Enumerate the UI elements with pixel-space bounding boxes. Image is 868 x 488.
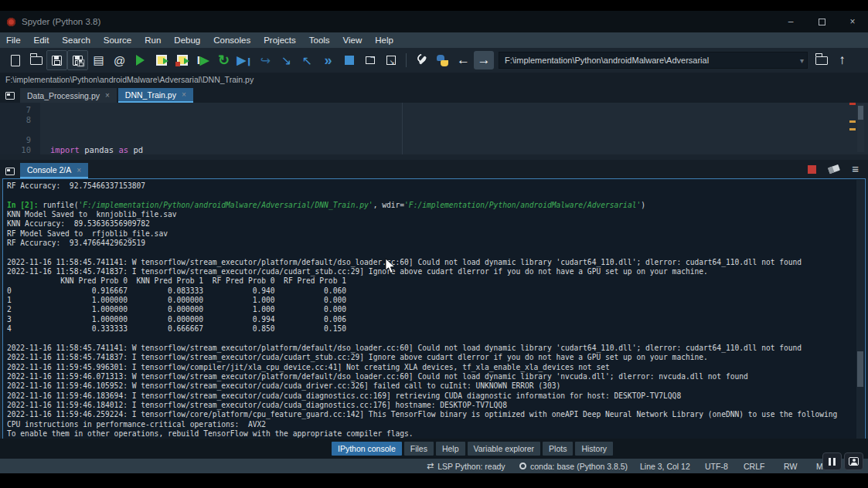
file-switcher-button[interactable]: ▤ (88, 50, 109, 70)
step-into-button[interactable]: ↘ (276, 50, 297, 70)
chevron-down-icon[interactable]: ▾ (797, 56, 807, 65)
working-directory-field[interactable]: F:\implementation\Python\androidMalware\… (499, 52, 808, 69)
menu-edit[interactable]: Edit (34, 36, 49, 45)
tab-help[interactable]: Help (436, 442, 465, 456)
menu-consoles[interactable]: Consoles (213, 36, 250, 45)
browse-directory-icon (815, 56, 828, 65)
close-tab-icon[interactable]: × (182, 90, 186, 99)
parent-directory-button[interactable]: ↑ (832, 50, 853, 70)
console-line: RF Accuracy: 93.47664429629519 (3, 239, 846, 248)
run-selection-button[interactable]: I▶ (192, 50, 213, 70)
breadcrumb: F:\implementation\Python\androidMalware\… (0, 73, 868, 86)
console-line: 2022-11-16 11:59:45.996301: I tensorflow… (3, 363, 846, 372)
run-file-button[interactable] (130, 50, 151, 70)
options-menu-icon[interactable]: ≡ (852, 165, 859, 173)
pause-icon (829, 458, 836, 466)
minimize-button[interactable]: – (775, 11, 806, 32)
spyder-logo-icon (7, 18, 15, 26)
run-cell-advance-button[interactable] (172, 50, 192, 70)
stop-button[interactable] (339, 50, 359, 70)
back-arrow-icon: ← (457, 53, 470, 68)
menu-debug[interactable]: Debug (174, 36, 200, 45)
browse-directory-button[interactable] (811, 50, 832, 70)
console-table-row: 1 1.000000 0.000000 1.000 0.000 (3, 296, 846, 305)
close-tab-icon[interactable]: × (105, 91, 110, 100)
editor-scrollbar-thumb[interactable] (858, 106, 863, 120)
overlay-presenter-button[interactable] (844, 452, 863, 470)
save-all-button[interactable] (67, 50, 88, 70)
tab-console-2a[interactable]: Console 2/A × (20, 163, 88, 178)
python-env-button[interactable] (432, 50, 453, 70)
menu-view[interactable]: View (343, 36, 363, 45)
save-button[interactable] (46, 50, 67, 70)
tab-data-processing[interactable]: Data_Processing.py × (20, 88, 117, 103)
menu-projects[interactable]: Projects (264, 36, 296, 45)
restore-button[interactable] (806, 11, 837, 32)
new-file-button[interactable] (5, 50, 26, 70)
new-file-icon (11, 55, 20, 66)
ipython-console-output[interactable]: RF Accuracy: 92.75466337153807 In [2]: r… (2, 178, 866, 448)
scrollbar-error-marker (849, 103, 856, 105)
encoding-status: UTF-8 (705, 459, 728, 473)
step-out-icon: ↖ (302, 53, 312, 68)
run-cell-button[interactable] (151, 50, 172, 70)
window-controls: – × (775, 11, 868, 32)
forward-button[interactable]: → (474, 51, 494, 69)
up-arrow-icon: ↑ (839, 53, 846, 68)
menu-source[interactable]: Source (104, 36, 131, 45)
open-file-button[interactable] (26, 50, 46, 70)
overlay-pause-button[interactable] (822, 452, 842, 470)
find-symbols-icon: @ (114, 54, 125, 67)
tab-plots[interactable]: Plots (543, 442, 573, 456)
menu-search[interactable]: Search (62, 36, 90, 45)
console-table-row: 4 0.333333 0.666667 0.850 0.150 (3, 324, 846, 334)
browse-tabs-button[interactable] (0, 88, 20, 103)
console-table-row: 2 1.000000 0.000000 1.000 0.000 (3, 305, 846, 314)
close-tab-icon[interactable]: × (77, 166, 81, 175)
fullscreen-button[interactable] (380, 50, 401, 70)
menu-file[interactable]: File (6, 36, 21, 45)
back-button[interactable]: ← (453, 50, 474, 70)
forward-arrow-icon: → (478, 53, 491, 68)
bottom-pane-tabs: IPython console Files Help Variable expl… (0, 439, 868, 459)
step-out-button[interactable]: ↖ (297, 50, 318, 70)
console-pane-actions: ≡ (808, 160, 868, 178)
console-line: 2022-11-16 11:59:46.184012: I tensorflow… (3, 401, 846, 410)
file-switcher-icon: ▤ (93, 53, 104, 67)
debug-file-button[interactable]: ▶❙ (234, 50, 255, 70)
menu-tools[interactable]: Tools (309, 36, 330, 45)
tab-history[interactable]: History (575, 442, 613, 456)
editor-line: 8 (0, 115, 868, 125)
step-into-icon: ↘ (281, 53, 291, 68)
step-over-button[interactable]: ↪ (255, 50, 276, 70)
find-symbols-button[interactable]: @ (109, 50, 130, 70)
screen: Spyder (Python 3.8) – × File Edit Search… (0, 0, 868, 488)
browse-tabs-icon (5, 92, 15, 100)
continue-button[interactable]: » (318, 50, 339, 70)
console-scrollbar-thumb[interactable] (857, 351, 863, 387)
browse-tabs-icon (5, 168, 15, 175)
browse-console-tabs-button[interactable] (0, 164, 20, 178)
clear-console-icon[interactable] (828, 164, 840, 174)
tab-files[interactable]: Files (404, 442, 434, 456)
stop-icon (345, 56, 354, 65)
working-directory-value[interactable]: F:\implementation\Python\androidMalware\… (499, 56, 797, 65)
console-line: RF Accuracy: 92.75466337153807 (3, 181, 846, 191)
tab-variable-explorer[interactable]: Variable explorer (468, 442, 541, 456)
preferences-button[interactable] (411, 50, 432, 70)
continue-icon: » (324, 53, 332, 69)
tab-ipython-console[interactable]: IPython console (332, 442, 402, 456)
console-blank-line (3, 334, 846, 344)
editor-pane[interactable]: 7 8 9 import pandas as pd 10 import nump… (0, 103, 868, 154)
menu-run[interactable]: Run (145, 36, 161, 45)
maximize-pane-button[interactable] (359, 50, 380, 70)
editor-scrollbar[interactable] (857, 104, 864, 152)
rerun-cell-button[interactable]: ↻ (213, 50, 234, 70)
menu-help[interactable]: Help (375, 36, 393, 45)
console-line: RF Model Saved to rfjoblib_file.sav (3, 229, 846, 239)
console-scrollbar[interactable]: ▾ (856, 180, 864, 446)
presenter-icon (849, 457, 859, 466)
interrupt-kernel-icon[interactable] (808, 165, 816, 174)
tab-dnn-train[interactable]: DNN_Train.py × (118, 88, 193, 103)
close-button[interactable]: × (837, 11, 868, 32)
